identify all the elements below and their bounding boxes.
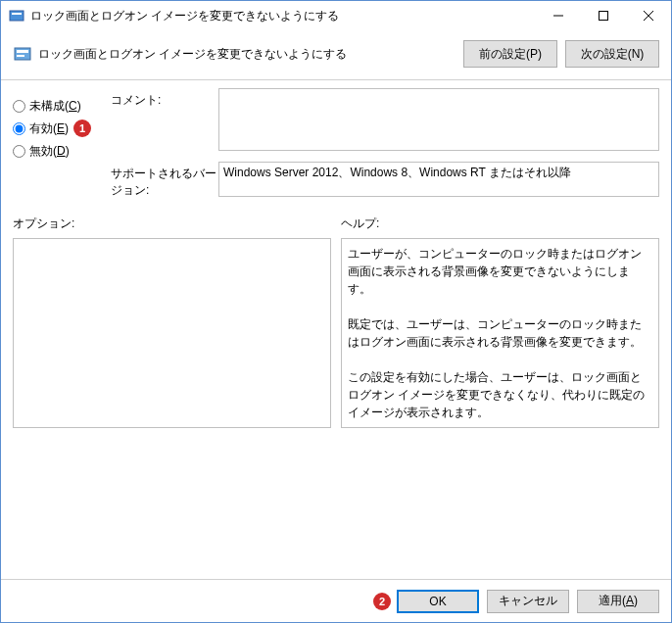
- svg-rect-6: [15, 48, 30, 60]
- help-panel: ユーザーが、コンピューターのロック時またはログオン画面に表示される背景画像を変更…: [341, 238, 659, 428]
- radio-not-configured-label: 未構成(C): [29, 98, 81, 115]
- radio-disabled-label: 無効(D): [29, 143, 70, 160]
- comment-label: コメント:: [111, 88, 218, 154]
- previous-setting-button[interactable]: 前の設定(P): [463, 40, 557, 68]
- ok-button[interactable]: OK: [397, 590, 479, 613]
- svg-rect-0: [10, 11, 24, 21]
- radio-enabled[interactable]: [13, 122, 25, 135]
- state-radios: 未構成(C) 有効(E) 1 無効(D): [13, 88, 111, 208]
- app-icon: [9, 8, 24, 24]
- titlebar: ロック画面とログオン イメージを変更できないようにする: [1, 1, 671, 30]
- annotation-marker-1: 1: [73, 120, 91, 137]
- window-title: ロック画面とログオン イメージを変更できないようにする: [30, 8, 536, 24]
- svg-rect-3: [600, 12, 608, 21]
- minimize-button[interactable]: [536, 1, 581, 30]
- radio-enabled-label: 有効(E): [29, 120, 69, 137]
- options-label: オプション:: [13, 216, 331, 232]
- svg-rect-7: [17, 50, 28, 53]
- maximize-button[interactable]: [581, 1, 626, 30]
- next-setting-button[interactable]: 次の設定(N): [565, 40, 659, 68]
- separator: [1, 79, 671, 80]
- dialog-footer: 2 OK キャンセル 適用(A): [1, 579, 671, 622]
- window-controls: [536, 1, 671, 30]
- policy-title: ロック画面とログオン イメージを変更できないようにする: [38, 46, 456, 63]
- supported-label: サポートされるバージョン:: [111, 162, 218, 200]
- svg-rect-8: [17, 55, 24, 57]
- supported-textarea: Windows Server 2012、Windows 8、Windows RT…: [218, 162, 659, 197]
- close-button[interactable]: [626, 1, 671, 30]
- options-panel: [13, 238, 331, 428]
- radio-not-configured[interactable]: [13, 100, 25, 113]
- comment-textarea[interactable]: [218, 88, 659, 151]
- cancel-button[interactable]: キャンセル: [487, 590, 569, 613]
- annotation-marker-2: 2: [373, 593, 391, 610]
- help-label: ヘルプ:: [341, 216, 659, 232]
- header: ロック画面とログオン イメージを変更できないようにする 前の設定(P) 次の設定…: [1, 30, 671, 79]
- policy-icon: [13, 44, 32, 64]
- svg-rect-1: [12, 13, 22, 15]
- radio-disabled[interactable]: [13, 145, 25, 158]
- apply-button[interactable]: 適用(A): [577, 590, 659, 613]
